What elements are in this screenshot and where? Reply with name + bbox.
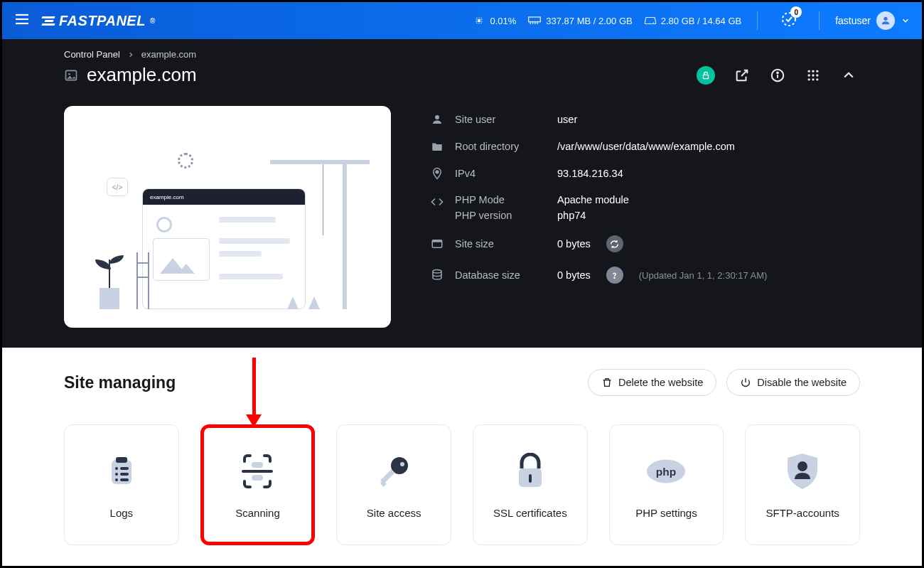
svg-point-14 [68,73,70,75]
card-logs[interactable]: Logs [64,424,179,545]
key-icon [375,453,412,490]
apps-icon [806,68,820,82]
chevron-up-icon [842,68,856,82]
info-php: PHP Mode PHP version Apache module php74 [431,187,860,228]
open-site-button[interactable] [734,67,751,84]
svg-rect-41 [120,478,129,481]
disk-icon [644,14,657,27]
svg-point-10 [652,22,654,23]
stat-cpu: 0.01% [473,14,516,27]
menu-button[interactable] [14,11,31,31]
info-button[interactable] [769,67,786,84]
user-menu[interactable]: fastuser [835,11,910,30]
disable-website-button[interactable]: Disable the website [726,369,860,396]
tasks-button[interactable]: 0 [780,11,797,31]
info-site-user: Site user user [431,106,860,133]
disk-value: 2.80 GB / 14.64 GB [661,16,741,26]
info-icon [770,68,785,83]
svg-rect-31 [432,240,442,242]
power-icon [740,377,751,388]
question-icon [610,271,619,280]
card-php[interactable]: php PHP settings [609,424,724,545]
svg-point-27 [816,78,818,80]
chevron-down-icon [901,16,910,26]
card-site-access[interactable]: Site access [336,424,451,545]
user-icon [431,113,444,126]
svg-point-36 [115,467,118,470]
refresh-icon [610,240,619,249]
chevron-right-icon [127,51,134,58]
svg-rect-43 [252,475,263,481]
database-icon [431,269,444,282]
db-size-help-button[interactable] [606,267,623,284]
site-info: Site user user Root directory /var/www/u… [431,106,860,291]
svg-point-23 [812,74,814,76]
topbar: FASTPANEL® 0.01% 337.87 MB / 2.00 GB 2.8… [2,2,922,39]
svg-rect-5 [529,17,541,22]
lock-icon [513,453,547,490]
info-ipv4: IPv4 93.184.216.34 [431,160,860,187]
ram-value: 337.87 MB / 2.00 GB [546,16,632,26]
svg-point-40 [115,478,118,481]
code-icon [431,195,444,208]
svg-rect-15 [704,75,709,78]
user-icon [880,15,891,26]
brand-logo[interactable]: FASTPANEL® [42,13,156,29]
svg-rect-39 [120,473,129,476]
stat-disk: 2.80 GB / 14.64 GB [644,14,741,27]
apps-button[interactable] [805,67,822,84]
info-root-directory: Root directory /var/www/user/data/www/ex… [431,133,860,160]
location-icon [431,167,444,180]
svg-point-21 [816,70,818,72]
ram-icon [527,15,542,26]
svg-point-28 [435,115,439,119]
svg-point-19 [808,70,810,72]
svg-point-46 [400,462,404,466]
breadcrumb: Control Panel example.com [64,49,860,60]
db-size-updated: (Updated Jan 1, 1, 2:30:17 AM) [639,270,768,281]
svg-point-12 [883,17,887,21]
section-title: Site managing [64,373,176,392]
svg-point-33 [614,277,615,278]
ssl-status-badge[interactable] [697,66,715,85]
svg-point-25 [808,78,810,80]
svg-rect-50 [529,474,532,483]
svg-point-24 [816,74,818,76]
brand-name: FASTPANEL [59,13,146,29]
delete-website-button[interactable]: Delete the website [588,369,716,396]
cpu-icon [473,14,485,27]
svg-point-38 [115,473,118,476]
scanning-icon [237,451,277,491]
card-ssl[interactable]: SSL certificates [473,424,588,545]
shield-user-icon [785,452,820,491]
breadcrumb-root[interactable]: Control Panel [64,49,120,60]
svg-point-26 [812,78,814,80]
info-db-size: Database size 0 bytes (Updated Jan 1, 1,… [431,259,860,291]
folder-icon [431,140,444,153]
card-scanning[interactable]: Scanning [200,424,316,545]
svg-rect-42 [252,462,263,468]
site-preview: </> example.com [64,106,391,328]
svg-point-53 [797,461,807,471]
cpu-value: 0.01% [490,16,516,26]
image-icon [64,68,78,82]
avatar [876,11,895,30]
svg-point-29 [436,171,439,173]
collapse-button[interactable] [840,67,857,84]
tasks-badge: 0 [790,6,802,18]
preview-url-bar: example.com [143,189,305,205]
logs-icon [104,454,139,488]
svg-rect-35 [116,457,127,463]
svg-point-22 [808,74,810,76]
php-icon: php [646,457,686,486]
card-sftp[interactable]: SFTP-accounts [745,424,860,545]
refresh-site-size-button[interactable] [606,235,623,252]
lock-icon [701,70,711,80]
breadcrumb-current: example.com [141,49,196,60]
window-icon [431,237,444,250]
svg-rect-4 [478,20,480,22]
svg-point-18 [777,72,778,73]
svg-rect-37 [120,467,129,470]
external-link-icon [734,68,750,83]
info-site-size: Site size 0 bytes [431,228,860,259]
